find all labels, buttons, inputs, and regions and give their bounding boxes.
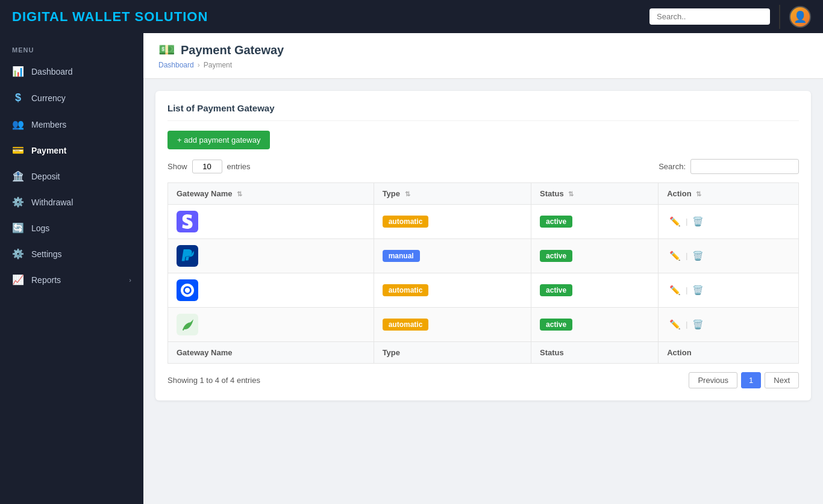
- sidebar-item-label: Reports: [31, 275, 61, 285]
- breadcrumb-separator: ›: [198, 61, 200, 69]
- sidebar-item-payment[interactable]: 💳 Payment: [0, 137, 143, 163]
- show-label: Show: [167, 162, 187, 171]
- footer-col-gateway: Gateway Name: [168, 342, 374, 364]
- badge-automatic: automatic: [383, 216, 429, 228]
- sidebar-item-label: Logs: [31, 223, 49, 233]
- dashboard-icon: 📊: [12, 66, 24, 77]
- sidebar-menu-label: MENU: [0, 39, 143, 58]
- sort-icon-action: ⇅: [696, 190, 701, 198]
- gateway-name-cell: [168, 205, 374, 239]
- table-footer-row: Gateway Name Type Status Action: [168, 342, 799, 364]
- search-input[interactable]: [649, 8, 770, 25]
- action-cell: ✏️ | 🗑️: [659, 239, 799, 273]
- previous-button[interactable]: Previous: [689, 372, 737, 388]
- pagination: Previous 1 Next: [689, 372, 799, 388]
- action-separator: |: [686, 252, 687, 260]
- col-status: Status ⇅: [531, 183, 659, 205]
- payment-icon: 💳: [12, 145, 24, 156]
- action-separator: |: [686, 320, 687, 329]
- status-cell: active: [531, 308, 659, 342]
- badge-active: active: [540, 284, 572, 296]
- delete-button[interactable]: 🗑️: [690, 318, 706, 331]
- gateway-name-cell: [168, 239, 374, 273]
- action-buttons: ✏️ | 🗑️: [667, 215, 790, 228]
- page-header: 💵 Payment Gateway Dashboard › Payment: [143, 33, 823, 79]
- page-title-row: 💵 Payment Gateway: [158, 42, 808, 58]
- next-button[interactable]: Next: [765, 372, 799, 388]
- badge-active: active: [540, 319, 572, 331]
- gateway-name-cell: [168, 273, 374, 308]
- delete-button[interactable]: 🗑️: [690, 215, 706, 228]
- header-divider: [779, 5, 780, 29]
- action-separator: |: [686, 217, 687, 226]
- action-separator: |: [686, 286, 687, 294]
- delete-button[interactable]: 🗑️: [690, 249, 706, 263]
- type-cell: automatic: [374, 205, 531, 239]
- edit-button[interactable]: ✏️: [667, 249, 683, 263]
- action-buttons: ✏️ | 🗑️: [667, 284, 790, 297]
- footer-col-action: Action: [659, 342, 799, 364]
- action-buttons: ✏️ | 🗑️: [667, 318, 790, 331]
- logs-icon: 🔄: [12, 222, 24, 234]
- table-search-input[interactable]: [690, 159, 799, 174]
- gateway-name-cell: [168, 308, 374, 342]
- table-controls-top: Show entries Search:: [167, 159, 799, 174]
- coinbase-logo: [177, 279, 198, 301]
- entries-input[interactable]: [192, 160, 222, 173]
- table-row: automatic active ✏️ | 🗑️: [168, 308, 799, 342]
- add-payment-gateway-button[interactable]: + add payment gateway: [167, 131, 270, 149]
- members-icon: 👥: [12, 119, 24, 130]
- sidebar-item-currency[interactable]: $ Currency: [0, 84, 143, 111]
- badge-active: active: [540, 250, 572, 262]
- sort-icon-type: ⇅: [405, 190, 410, 198]
- action-cell: ✏️ | 🗑️: [659, 205, 799, 239]
- table-row: automatic active ✏️ | 🗑️: [168, 205, 799, 239]
- withdrawal-icon: ⚙️: [12, 196, 24, 208]
- action-cell: ✏️ | 🗑️: [659, 308, 799, 342]
- sidebar-item-withdrawal[interactable]: ⚙️ Withdrawal: [0, 189, 143, 215]
- table-row: manual active ✏️ | 🗑️: [168, 239, 799, 273]
- deposit-icon: 🏦: [12, 170, 24, 182]
- action-buttons: ✏️ | 🗑️: [667, 249, 790, 263]
- delete-button[interactable]: 🗑️: [690, 284, 706, 297]
- payment-gateway-card: List of Payment Gateway + add payment ga…: [155, 91, 811, 400]
- footer-col-type: Type: [374, 342, 531, 364]
- sidebar-item-reports[interactable]: 📈 Reports ›: [0, 267, 143, 293]
- entries-label: entries: [227, 162, 251, 171]
- content-area: 💵 Payment Gateway Dashboard › Payment Li…: [143, 33, 823, 504]
- sidebar: MENU 📊 Dashboard $ Currency 👥 Members 💳 …: [0, 33, 143, 504]
- sidebar-item-label: Members: [31, 120, 66, 129]
- breadcrumb-current: Payment: [204, 61, 232, 69]
- avatar[interactable]: 👤: [789, 6, 811, 28]
- sidebar-item-deposit[interactable]: 🏦 Deposit: [0, 163, 143, 189]
- table-search-label: Search:: [659, 159, 799, 174]
- col-gateway-name: Gateway Name ⇅: [168, 183, 374, 205]
- page-title: Payment Gateway: [181, 43, 284, 57]
- col-type: Type ⇅: [374, 183, 531, 205]
- sidebar-item-label: Payment: [31, 146, 66, 155]
- sidebar-item-dashboard[interactable]: 📊 Dashboard: [0, 58, 143, 84]
- sidebar-item-logs[interactable]: 🔄 Logs: [0, 215, 143, 241]
- breadcrumb: Dashboard › Payment: [158, 61, 808, 69]
- edit-button[interactable]: ✏️: [667, 318, 683, 331]
- type-cell: automatic: [374, 308, 531, 342]
- type-cell: automatic: [374, 273, 531, 308]
- sort-icon-gateway: ⇅: [237, 190, 242, 198]
- table-header-row: Gateway Name ⇅ Type ⇅ Status ⇅ Action: [168, 183, 799, 205]
- status-cell: active: [531, 273, 659, 308]
- showing-text: Showing 1 to 4 of 4 entries: [167, 376, 260, 385]
- action-cell: ✏️ | 🗑️: [659, 273, 799, 308]
- page-1-button[interactable]: 1: [741, 372, 761, 388]
- sidebar-item-settings[interactable]: ⚙️ Settings: [0, 241, 143, 267]
- sidebar-item-members[interactable]: 👥 Members: [0, 111, 143, 137]
- card-title: List of Payment Gateway: [167, 103, 799, 121]
- sidebar-item-label: Deposit: [31, 172, 60, 181]
- page-title-icon: 💵: [158, 42, 175, 58]
- sidebar-item-label: Dashboard: [31, 67, 73, 76]
- edit-button[interactable]: ✏️: [667, 215, 683, 228]
- currency-icon: $: [12, 92, 24, 104]
- header-right: 👤: [649, 5, 811, 29]
- top-header: DIGITAL WALLET SOLUTION 👤: [0, 0, 823, 33]
- edit-button[interactable]: ✏️: [667, 284, 683, 297]
- breadcrumb-home[interactable]: Dashboard: [158, 61, 194, 69]
